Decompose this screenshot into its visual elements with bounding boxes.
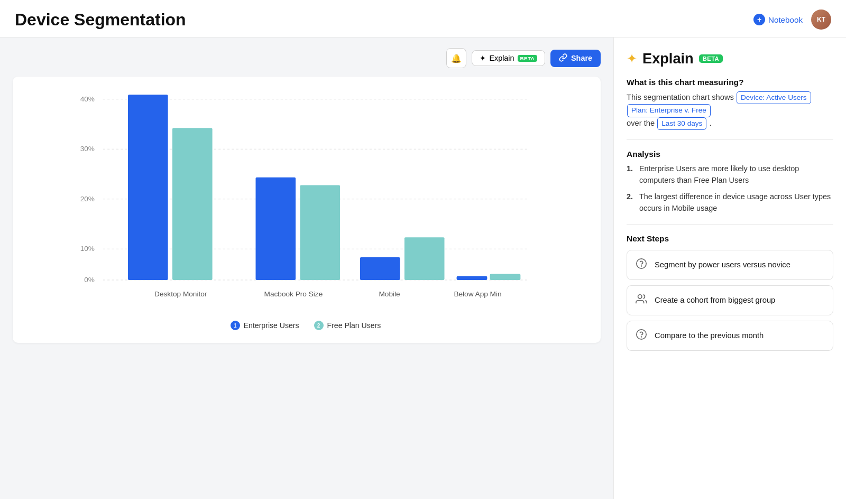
divider-1: [627, 139, 833, 140]
period: .: [709, 119, 711, 127]
next-step-card-2[interactable]: Compare to the previous month: [627, 321, 833, 351]
legend-free-label: Free Plan Users: [327, 321, 381, 330]
legend-enterprise-dot: 1: [231, 321, 240, 330]
left-panel: 🔔 ✦ Explain BETA Share: [0, 38, 613, 499]
chart-toolbar: 🔔 ✦ Explain BETA Share: [13, 48, 601, 68]
analysis-text-2: The largest difference in device usage a…: [639, 191, 833, 214]
bar-chart: 40% 30% 20% 10% 0% Desktop Monitor: [27, 91, 584, 313]
legend-free: 2 Free Plan Users: [314, 321, 381, 330]
svg-text:Below App Min: Below App Min: [454, 291, 501, 298]
legend-enterprise-label: Enterprise Users: [244, 321, 299, 330]
divider-2: [627, 224, 833, 225]
analysis-label: Analysis: [627, 150, 833, 159]
avatar[interactable]: KT: [811, 10, 831, 30]
bar-macbook-enterprise: [256, 178, 296, 280]
svg-text:Desktop Monitor: Desktop Monitor: [154, 291, 207, 298]
right-panel: ✦ Explain BETA What is this chart measur…: [613, 38, 846, 499]
chart-legend: 1 Enterprise Users 2 Free Plan Users: [27, 321, 584, 330]
explain-sparkle-icon: ✦: [627, 51, 637, 66]
next-step-card-1[interactable]: Create a cohort from biggest group: [627, 285, 833, 315]
share-label: Share: [571, 54, 592, 62]
svg-point-15: [641, 266, 642, 266]
next-step-text-0: Segment by power users versus novice: [655, 260, 790, 269]
svg-text:0%: 0%: [84, 276, 95, 284]
svg-point-17: [637, 329, 646, 339]
analysis-item-2: 2. The largest difference in device usag…: [627, 191, 833, 214]
svg-text:Macbook Pro Size: Macbook Pro Size: [264, 291, 323, 298]
explain-beta-badge: BETA: [699, 54, 723, 63]
over-the-label: over the: [627, 119, 655, 127]
analysis-list: 1. Enterprise Users are more likely to u…: [627, 163, 833, 214]
share-button[interactable]: Share: [550, 50, 601, 67]
explain-btn-label: Explain: [489, 54, 514, 62]
svg-point-14: [637, 258, 646, 268]
chart-card: 40% 30% 20% 10% 0% Desktop Monitor: [13, 77, 601, 343]
bell-icon: 🔔: [451, 53, 462, 63]
svg-point-16: [638, 294, 642, 298]
explain-button[interactable]: ✦ Explain BETA: [472, 50, 545, 66]
page-title: Device Segmentation: [15, 10, 186, 30]
header-right: + Notebook KT: [753, 10, 831, 30]
next-step-icon-2: [636, 329, 647, 343]
svg-text:20%: 20%: [80, 195, 95, 203]
top-header: Device Segmentation + Notebook KT: [0, 0, 846, 38]
svg-text:30%: 30%: [80, 145, 95, 153]
svg-point-18: [641, 337, 642, 337]
tag-plan: Plan: Enterprise v. Free: [627, 104, 711, 117]
analysis-item-1: 1. Enterprise Users are more likely to u…: [627, 163, 833, 186]
next-step-card-0[interactable]: Segment by power users versus novice: [627, 250, 833, 280]
analysis-text-1: Enterprise Users are more likely to use …: [639, 163, 833, 186]
explain-panel-title: Explain: [642, 50, 694, 67]
bell-button[interactable]: 🔔: [446, 48, 466, 68]
legend-free-num: 2: [317, 323, 320, 329]
next-step-text-1: Create a cohort from biggest group: [655, 296, 775, 304]
legend-enterprise-num: 1: [234, 323, 237, 329]
description-block: This segmentation chart shows Device: Ac…: [627, 91, 833, 130]
avatar-initials: KT: [817, 16, 825, 23]
notebook-button[interactable]: + Notebook: [753, 14, 803, 25]
tag-device: Device: Active Users: [737, 91, 811, 104]
link-icon: [559, 53, 567, 63]
tag-timeframe: Last 30 days: [657, 117, 706, 130]
bar-mobile-free: [404, 237, 445, 280]
legend-free-dot: 2: [314, 321, 324, 330]
next-step-text-2: Compare to the previous month: [655, 331, 764, 340]
next-step-icon-0: [636, 258, 647, 272]
legend-enterprise: 1 Enterprise Users: [231, 321, 299, 330]
bar-belowmin-enterprise: [457, 276, 488, 280]
bar-mobile-enterprise: [360, 257, 400, 280]
plus-icon: +: [753, 14, 765, 25]
bar-macbook-free: [300, 185, 341, 280]
svg-text:40%: 40%: [80, 95, 95, 103]
sparkle-icon: ✦: [480, 54, 486, 62]
beta-badge: BETA: [518, 55, 537, 62]
main-layout: 🔔 ✦ Explain BETA Share: [0, 38, 846, 499]
description-prefix: This segmentation chart shows: [627, 93, 734, 101]
next-step-icon-1: [636, 293, 647, 307]
measuring-label: What is this chart measuring?: [627, 78, 833, 87]
next-steps-label: Next Steps: [627, 234, 833, 244]
bar-desktop-free: [172, 128, 213, 280]
notebook-label: Notebook: [768, 15, 803, 24]
svg-text:Mobile: Mobile: [379, 291, 400, 298]
chart-area: 40% 30% 20% 10% 0% Desktop Monitor: [27, 91, 584, 313]
bar-belowmin-free: [490, 274, 521, 280]
svg-text:10%: 10%: [80, 245, 95, 253]
explain-header: ✦ Explain BETA: [627, 50, 833, 67]
bar-desktop-enterprise: [128, 95, 168, 280]
